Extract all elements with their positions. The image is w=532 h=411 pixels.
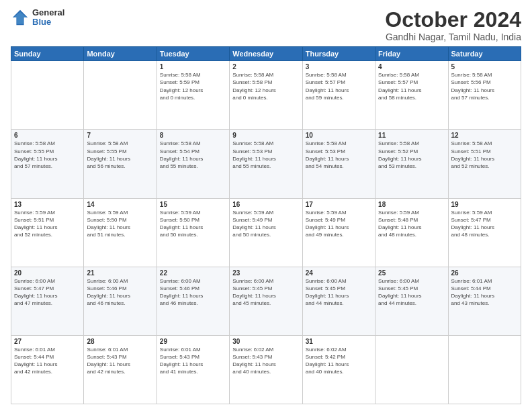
calendar-cell: 12Sunrise: 5:58 AM Sunset: 5:51 PM Dayli… [448,130,521,198]
day-info: Sunrise: 5:59 AM Sunset: 5:48 PM Dayligh… [378,209,445,239]
calendar-cell: 10Sunrise: 5:58 AM Sunset: 5:53 PM Dayli… [302,130,375,198]
calendar-cell: 7Sunrise: 5:58 AM Sunset: 5:55 PM Daylig… [84,130,157,198]
day-info: Sunrise: 6:00 AM Sunset: 5:46 PM Dayligh… [160,277,226,308]
day-info: Sunrise: 6:01 AM Sunset: 5:44 PM Dayligh… [451,277,518,308]
day-number: 11 [378,132,445,139]
day-number: 7 [87,132,153,139]
day-info: Sunrise: 6:01 AM Sunset: 5:44 PM Dayligh… [14,346,81,376]
calendar-cell: 29Sunrise: 6:01 AM Sunset: 5:43 PM Dayli… [157,335,229,404]
calendar-cell: 2Sunrise: 5:58 AM Sunset: 5:58 PM Daylig… [230,61,302,130]
calendar-cell [11,61,84,130]
day-number: 24 [306,269,372,277]
calendar-header-row: SundayMondayTuesdayWednesdayThursdayFrid… [11,47,521,61]
calendar-cell: 15Sunrise: 5:59 AM Sunset: 5:50 PM Dayli… [157,198,229,267]
day-info: Sunrise: 5:58 AM Sunset: 5:51 PM Dayligh… [451,140,518,170]
day-number: 12 [451,132,518,139]
day-number: 8 [160,132,226,139]
calendar-cell [448,335,521,404]
month-title: October 2024 [385,8,521,32]
calendar-cell: 4Sunrise: 5:58 AM Sunset: 5:57 PM Daylig… [375,61,448,130]
day-number: 27 [14,338,81,345]
calendar-cell: 9Sunrise: 5:58 AM Sunset: 5:53 PM Daylig… [230,130,302,198]
day-number: 10 [306,132,372,139]
day-info: Sunrise: 5:58 AM Sunset: 5:52 PM Dayligh… [378,140,445,170]
logo: General Blue [11,8,64,28]
calendar-cell: 24Sunrise: 6:00 AM Sunset: 5:45 PM Dayli… [302,267,375,335]
calendar-cell: 1Sunrise: 5:58 AM Sunset: 5:59 PM Daylig… [157,61,229,130]
calendar-cell [84,61,157,130]
day-info: Sunrise: 5:59 AM Sunset: 5:50 PM Dayligh… [160,209,226,239]
calendar-week-5: 27Sunrise: 6:01 AM Sunset: 5:44 PM Dayli… [11,335,521,404]
calendar-header-friday: Friday [375,47,448,61]
day-number: 25 [378,269,445,277]
day-number: 19 [451,201,518,208]
day-info: Sunrise: 5:58 AM Sunset: 5:55 PM Dayligh… [14,140,81,170]
day-number: 13 [14,201,81,208]
day-number: 9 [232,132,299,139]
day-number: 29 [160,338,226,345]
calendar-cell: 23Sunrise: 6:00 AM Sunset: 5:45 PM Dayli… [230,267,302,335]
day-info: Sunrise: 6:00 AM Sunset: 5:47 PM Dayligh… [14,277,81,308]
day-number: 18 [378,201,445,208]
day-number: 17 [306,201,372,208]
calendar-cell: 20Sunrise: 6:00 AM Sunset: 5:47 PM Dayli… [11,267,84,335]
day-number: 21 [87,269,153,277]
day-info: Sunrise: 5:58 AM Sunset: 5:58 PM Dayligh… [232,71,299,101]
logo-icon [11,8,30,27]
header: General Blue October 2024 Gandhi Nagar, … [11,8,521,42]
calendar-cell: 31Sunrise: 6:02 AM Sunset: 5:42 PM Dayli… [302,335,375,404]
day-number: 20 [14,269,81,277]
calendar-cell: 17Sunrise: 5:59 AM Sunset: 5:49 PM Dayli… [302,198,375,267]
calendar-cell: 16Sunrise: 5:59 AM Sunset: 5:49 PM Dayli… [230,198,302,267]
day-number: 14 [87,201,153,208]
svg-marker-1 [13,12,27,24]
day-info: Sunrise: 5:59 AM Sunset: 5:50 PM Dayligh… [87,209,153,239]
day-info: Sunrise: 6:00 AM Sunset: 5:45 PM Dayligh… [232,277,299,308]
day-info: Sunrise: 6:00 AM Sunset: 5:46 PM Dayligh… [87,277,153,308]
day-number: 23 [232,269,299,277]
day-info: Sunrise: 5:58 AM Sunset: 5:57 PM Dayligh… [306,71,372,101]
logo-text: General Blue [32,8,64,28]
day-info: Sunrise: 6:02 AM Sunset: 5:43 PM Dayligh… [232,346,299,376]
day-info: Sunrise: 5:59 AM Sunset: 5:47 PM Dayligh… [451,209,518,239]
day-number: 3 [306,63,372,71]
logo-blue: Blue [32,17,64,27]
calendar-cell: 22Sunrise: 6:00 AM Sunset: 5:46 PM Dayli… [157,267,229,335]
day-info: Sunrise: 5:58 AM Sunset: 5:59 PM Dayligh… [160,71,226,101]
day-number: 30 [232,338,299,345]
calendar-cell [375,335,448,404]
calendar-week-4: 20Sunrise: 6:00 AM Sunset: 5:47 PM Dayli… [11,267,521,335]
calendar-header-wednesday: Wednesday [230,47,302,61]
calendar-week-3: 13Sunrise: 5:59 AM Sunset: 5:51 PM Dayli… [11,198,521,267]
calendar-cell: 30Sunrise: 6:02 AM Sunset: 5:43 PM Dayli… [230,335,302,404]
day-number: 1 [160,63,226,71]
day-info: Sunrise: 6:01 AM Sunset: 5:43 PM Dayligh… [160,346,226,376]
day-number: 6 [14,132,81,139]
day-number: 15 [160,201,226,208]
calendar-cell: 26Sunrise: 6:01 AM Sunset: 5:44 PM Dayli… [448,267,521,335]
calendar-header-sunday: Sunday [11,47,84,61]
calendar-header-monday: Monday [84,47,157,61]
title-block: October 2024 Gandhi Nagar, Tamil Nadu, I… [385,8,521,42]
day-info: Sunrise: 6:01 AM Sunset: 5:43 PM Dayligh… [87,346,153,376]
calendar-cell: 13Sunrise: 5:59 AM Sunset: 5:51 PM Dayli… [11,198,84,267]
calendar-cell: 5Sunrise: 5:58 AM Sunset: 5:56 PM Daylig… [448,61,521,130]
day-info: Sunrise: 5:59 AM Sunset: 5:51 PM Dayligh… [14,209,81,239]
calendar-cell: 19Sunrise: 5:59 AM Sunset: 5:47 PM Dayli… [448,198,521,267]
calendar-cell: 3Sunrise: 5:58 AM Sunset: 5:57 PM Daylig… [302,61,375,130]
day-info: Sunrise: 5:59 AM Sunset: 5:49 PM Dayligh… [232,209,299,239]
day-number: 28 [87,338,153,345]
calendar-cell: 14Sunrise: 5:59 AM Sunset: 5:50 PM Dayli… [84,198,157,267]
day-info: Sunrise: 5:58 AM Sunset: 5:53 PM Dayligh… [232,140,299,170]
day-number: 22 [160,269,226,277]
day-info: Sunrise: 5:59 AM Sunset: 5:49 PM Dayligh… [306,209,372,239]
page: General Blue October 2024 Gandhi Nagar, … [0,0,532,411]
calendar-week-1: 1Sunrise: 5:58 AM Sunset: 5:59 PM Daylig… [11,61,521,130]
day-info: Sunrise: 5:58 AM Sunset: 5:56 PM Dayligh… [451,71,518,101]
calendar-cell: 8Sunrise: 5:58 AM Sunset: 5:54 PM Daylig… [157,130,229,198]
calendar-cell: 28Sunrise: 6:01 AM Sunset: 5:43 PM Dayli… [84,335,157,404]
calendar-cell: 11Sunrise: 5:58 AM Sunset: 5:52 PM Dayli… [375,130,448,198]
day-number: 4 [378,63,445,71]
day-number: 16 [232,201,299,208]
calendar-week-2: 6Sunrise: 5:58 AM Sunset: 5:55 PM Daylig… [11,130,521,198]
